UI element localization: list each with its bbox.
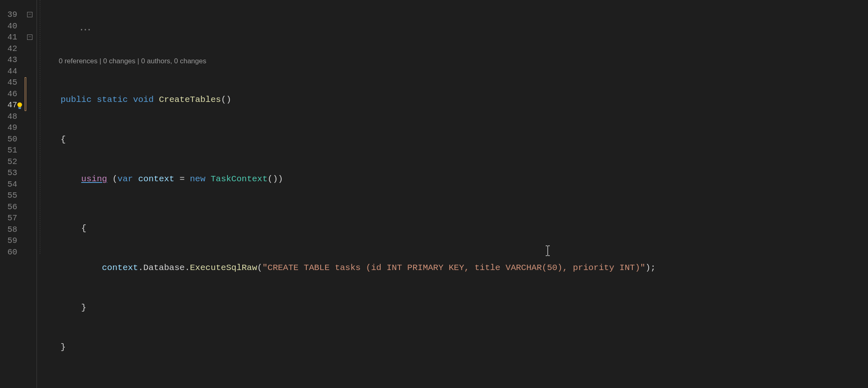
line-number: 39 <box>0 9 25 21</box>
code-line-42[interactable]: { <box>40 223 868 234</box>
line-number: 48 <box>0 111 25 122</box>
fold-column <box>27 0 34 388</box>
line-number: 50 <box>0 134 25 145</box>
line-number: 41 <box>0 32 25 43</box>
line-number: 45 <box>0 77 25 88</box>
code-line-46[interactable] <box>40 381 868 388</box>
line-number: 43 <box>0 54 25 66</box>
code-line-44[interactable]: } <box>40 302 868 314</box>
line-number: 57 <box>0 212 25 224</box>
code-line-43[interactable]: context.Database.ExecuteSqlRaw("CREATE T… <box>40 262 868 274</box>
svg-rect-0 <box>18 108 21 109</box>
code-line-45[interactable]: } <box>40 342 868 353</box>
line-number: 55 <box>0 190 25 201</box>
line-number: 44 <box>0 66 25 77</box>
modified-indicator <box>25 77 26 111</box>
line-number: 56 <box>0 201 25 213</box>
line-number: 46 <box>0 88 25 100</box>
line-number: 60 <box>0 247 25 258</box>
code-line-39[interactable]: public static void CreateTables() <box>40 94 868 106</box>
line-number: 59 <box>0 235 25 247</box>
line-number: 42 <box>0 43 25 55</box>
line-number: 51 <box>0 145 25 156</box>
fold-toggle-icon[interactable] <box>27 35 32 40</box>
indent-guide-column <box>34 0 40 388</box>
lightbulb-icon[interactable] <box>16 102 23 109</box>
line-number-gutter: 39 40 41 42 43 44 45 46 47 48 49 50 51 5… <box>0 0 25 388</box>
line-number: 58 <box>0 224 25 236</box>
svg-rect-1 <box>18 109 21 109</box>
codelens-text[interactable]: 0 references | 0 changes | 0 authors, 0 … <box>40 57 868 66</box>
code-line-41[interactable]: using (var context = new TaskContext()) <box>40 173 868 185</box>
line-number: 52 <box>0 156 25 168</box>
line-number: 53 <box>0 167 25 179</box>
code-editor[interactable]: 39 40 41 42 43 44 45 46 47 48 49 50 51 5… <box>0 0 868 388</box>
line-number: 54 <box>0 179 25 190</box>
inline-hint-dots: ••• <box>80 28 92 33</box>
code-area[interactable]: 0 references | 0 changes | 0 authors, 0 … <box>40 0 868 388</box>
fold-toggle-icon[interactable] <box>27 12 32 17</box>
line-number: 40 <box>0 21 25 32</box>
line-number: 49 <box>0 122 25 134</box>
code-line-40[interactable]: { <box>40 134 868 146</box>
